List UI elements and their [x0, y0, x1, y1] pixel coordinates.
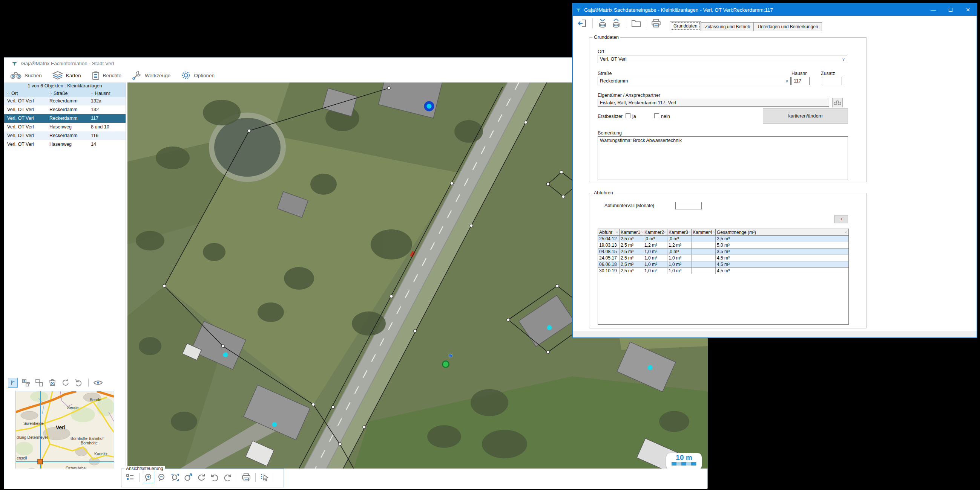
eigentuemer-search-button[interactable] [832, 98, 843, 107]
view-control-title: Ansichtssteuerung [124, 466, 165, 471]
cell-kammer3: 1,0 m³ [667, 268, 692, 274]
gaja-leaf-icon [576, 7, 581, 13]
result-row[interactable]: Verl, OT Verl Reckerdamm 132a [4, 97, 126, 105]
eigentuemer-input[interactable]: Fislake, Ralf, Reckerdamm 117, Verl [598, 99, 829, 106]
exit-dialog-button[interactable] [577, 18, 588, 29]
undo-selection-button[interactable] [74, 378, 84, 388]
flag-tool-button[interactable] [8, 378, 18, 388]
strasse-select[interactable]: Reckerdamm∨ [598, 77, 791, 85]
map-marker[interactable] [424, 101, 434, 111]
zoom-extent-button[interactable] [183, 473, 193, 482]
save-record-button[interactable] [597, 18, 608, 29]
bemerkung-textarea[interactable]: Wartungsfirma: Brock Abwassertechnik [598, 136, 848, 180]
print-record-button[interactable] [651, 18, 661, 29]
chevron-down-icon: ∨ [786, 79, 788, 84]
grunddaten-group: Grunddaten Ort Verl, OT Verl∨ Straße Rec… [589, 35, 867, 182]
cell-kammer1: 2,5 m³ [619, 236, 643, 242]
visibility-button[interactable] [93, 378, 103, 388]
erstbesitzer-nein-checkbox[interactable] [654, 113, 659, 118]
cell-abfuhr-datum: 24.05.17 [598, 255, 619, 261]
toolbar-werkzeuge-button[interactable]: Werkzeuge [132, 70, 170, 80]
dialog-tab[interactable]: Zulassung und Betrieb [701, 22, 754, 31]
minimap-place-label: Sende [90, 397, 101, 402]
dialog-titlebar[interactable]: Gaja®Matrix Sachdateneingabe - Kleinklär… [573, 4, 977, 16]
cell-kammer4 [692, 236, 716, 242]
abfuhr-row[interactable]: 19.03.13 2,5 m³ 1,2 m³ 1,2 m³ 5,0 m³ [598, 242, 848, 249]
cell-kammer3: ,0 m³ [667, 236, 692, 242]
result-row[interactable]: Verl, OT Verl Reckerdamm 116 [4, 132, 126, 140]
open-folder-button[interactable] [631, 18, 641, 29]
deselect-button[interactable] [34, 378, 44, 388]
ja-label: ja [632, 114, 636, 119]
toolbar-suchen-button[interactable]: Suchen [10, 71, 42, 79]
database-down-icon [611, 18, 621, 29]
dialog-tab[interactable]: Grunddaten [670, 21, 701, 31]
cell-strasse: Reckerdamm [46, 132, 88, 140]
map-marker[interactable] [442, 360, 449, 368]
refresh-view-button[interactable] [196, 473, 206, 482]
toolbar-berichte-button[interactable]: Berichte [92, 71, 122, 80]
clear-selection-button[interactable] [48, 378, 57, 388]
sort-radio-icon: ○ [49, 91, 52, 95]
ort-select[interactable]: Verl, OT Verl∨ [598, 55, 847, 63]
abfuhr-row[interactable]: 30.10.19 2,5 m³ 1,0 m³ 1,0 m³ 4,5 m³ [598, 268, 848, 274]
map-marker[interactable] [223, 352, 228, 357]
abfuhr-row[interactable]: 06.06.18 2,5 m³ 1,0 m³ 1,0 m³ 4,5 m³ [598, 262, 848, 268]
abfuhr-row[interactable]: 24.05.17 2,5 m³ 1,0 m³ 1,0 m³ 4,5 m³ [598, 255, 848, 262]
abfuhr-row[interactable]: 25.04.12 2,5 m³ ,0 m³ ,0 m³ 2,5 m³ [598, 236, 848, 242]
print-map-button[interactable] [241, 473, 251, 482]
view-forward-button[interactable] [223, 473, 233, 482]
cell-strasse: Hasenweg [46, 140, 88, 149]
cell-kammer4 [692, 242, 716, 248]
zusatz-input[interactable] [821, 77, 842, 85]
abfuhr-col-kammer2[interactable]: Kammer2○ [643, 229, 667, 235]
column-header-ort[interactable]: ○Ort [4, 90, 46, 97]
zoom-out-button[interactable] [157, 473, 167, 482]
cell-gesamtmenge: 5,0 m³ [716, 242, 848, 248]
toolbar-karten-button[interactable]: Karten [52, 71, 81, 80]
toolbar-optionen-button[interactable]: Optionen [181, 70, 215, 80]
minimap-place-label: Kaunitz [94, 452, 107, 456]
info-pointer-button[interactable] [260, 473, 270, 482]
hausnr-input[interactable]: 117 [791, 77, 810, 85]
refresh-selection-button[interactable] [61, 378, 70, 388]
legend-list-button[interactable] [125, 473, 135, 482]
grunddaten-legend: Grunddaten [592, 35, 620, 40]
column-header-hausnr[interactable]: ○Hausnr [88, 90, 126, 97]
abfuhr-col-kammer1[interactable]: Kammer1○ [619, 229, 643, 235]
abfuhr-col-kammer4[interactable]: Kammer4○ [692, 229, 716, 235]
toolbar-suchen-label: Suchen [24, 73, 42, 78]
result-row[interactable]: Verl, OT Verl Reckerdamm 117 [4, 114, 126, 123]
map-marker[interactable] [547, 325, 552, 330]
dialog-toolbar: GrunddatenZulassung und BetriebUnterlage… [573, 16, 977, 31]
add-abfuhr-button[interactable]: + [834, 215, 848, 224]
view-back-button[interactable] [210, 473, 220, 482]
reload-record-button[interactable] [611, 18, 621, 29]
select-partial-button[interactable] [21, 378, 31, 388]
abfuhr-col-kammer3[interactable]: Kammer3○ [667, 229, 692, 235]
map-marker[interactable] [272, 422, 277, 427]
dialog-tab[interactable]: Unterlagen und Bemerkungen [754, 22, 822, 31]
results-panel: 1 von 6 Objekten : Kleinkläranlagen ○Ort… [4, 82, 126, 488]
result-row[interactable]: Verl, OT Verl Hasenweg 8 und 10 [4, 123, 126, 132]
abfuhr-col-gesamtmenge[interactable]: Gesamtmenge (m³)○ [716, 229, 848, 235]
erstbesitzer-ja-checkbox[interactable] [625, 113, 630, 118]
kartieren-aendern-button[interactable]: kartieren/ändern [763, 108, 848, 124]
zoom-window-button[interactable] [170, 473, 180, 482]
minimize-button[interactable]: — [924, 4, 942, 16]
map-marker[interactable] [648, 365, 653, 370]
cell-ort: Verl, OT Verl [4, 132, 46, 140]
maximize-button[interactable]: ☐ [942, 4, 959, 16]
squares-empty-icon [35, 378, 44, 387]
result-row[interactable]: Verl, OT Verl Reckerdamm 132 [4, 105, 126, 114]
abfuhrintervall-input[interactable] [675, 202, 702, 209]
result-row[interactable]: Verl, OT Verl Hasenweg 14 [4, 140, 126, 149]
cell-kammer3: 1,2 m³ [667, 242, 692, 248]
close-button[interactable]: ✕ [959, 4, 977, 16]
strasse-label: Straße [598, 71, 612, 76]
map-marker[interactable]: ⚑ [448, 353, 454, 360]
abfuhr-col-abfuhr[interactable]: Abfuhr○ [598, 229, 619, 235]
abfuhr-row[interactable]: 04.08.15 2,5 m³ 1,0 m³ ,0 m³ 3,5 m³ [598, 249, 848, 255]
column-header-strasse[interactable]: ○Straße [46, 90, 88, 97]
zoom-in-button[interactable] [144, 473, 153, 482]
